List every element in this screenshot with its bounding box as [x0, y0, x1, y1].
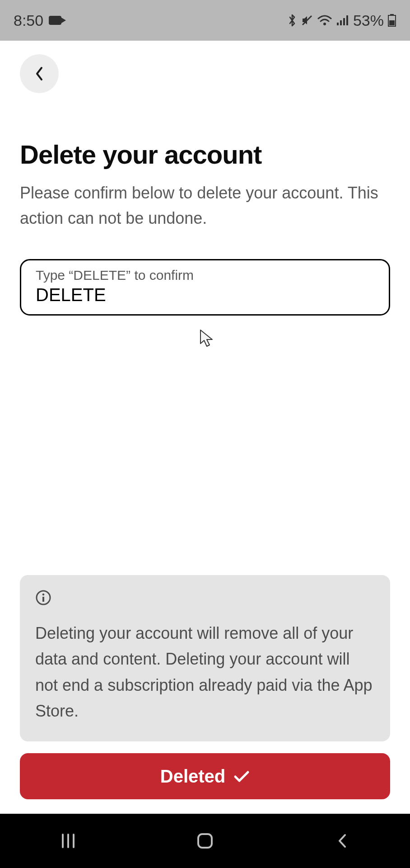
- info-text: Deleting your account will remove all of…: [35, 620, 375, 724]
- signal-icon: [336, 14, 349, 26]
- svg-rect-4: [343, 18, 345, 25]
- mute-icon: [301, 14, 313, 27]
- info-icon-wrap: [35, 590, 375, 608]
- svg-rect-3: [340, 20, 342, 25]
- page-description: Please confirm below to delete your acco…: [20, 180, 390, 231]
- confirm-field-container[interactable]: Type “DELETE” to confirm: [20, 259, 390, 316]
- back-button[interactable]: [20, 54, 59, 93]
- info-box: Deleting your account will remove all of…: [20, 575, 390, 741]
- spacer: [20, 316, 390, 575]
- confirm-input[interactable]: [36, 285, 374, 305]
- status-time: 8:50: [14, 12, 43, 29]
- chevron-left-icon: [34, 66, 44, 81]
- home-button[interactable]: [182, 827, 228, 854]
- check-icon: [233, 770, 250, 783]
- system-back-button[interactable]: [319, 827, 364, 854]
- back-icon: [336, 832, 348, 849]
- battery-percent: 53%: [353, 12, 384, 29]
- status-right: 53%: [287, 12, 396, 29]
- svg-rect-8: [389, 20, 395, 25]
- info-icon: [35, 590, 51, 606]
- confirm-field-label: Type “DELETE” to confirm: [36, 268, 374, 283]
- battery-icon: [387, 14, 396, 27]
- wifi-icon: [317, 14, 332, 27]
- svg-rect-11: [42, 597, 44, 602]
- bluetooth-icon: [287, 14, 297, 27]
- page-title: Delete your account: [20, 139, 390, 170]
- camera-icon: [49, 16, 61, 25]
- system-nav-bar: [0, 814, 410, 868]
- content-area: Delete your account Please confirm below…: [0, 41, 410, 814]
- svg-rect-15: [198, 834, 212, 848]
- svg-point-10: [42, 593, 45, 595]
- status-bar: 8:50 53%: [0, 0, 410, 41]
- recents-button[interactable]: [46, 827, 91, 854]
- status-left: 8:50: [14, 12, 61, 29]
- delete-button-label: Deleted: [160, 766, 226, 787]
- svg-point-1: [323, 23, 326, 25]
- svg-rect-2: [337, 23, 339, 25]
- delete-button[interactable]: Deleted: [20, 753, 390, 799]
- home-icon: [196, 831, 214, 850]
- svg-rect-5: [346, 15, 348, 25]
- recents-icon: [59, 833, 77, 849]
